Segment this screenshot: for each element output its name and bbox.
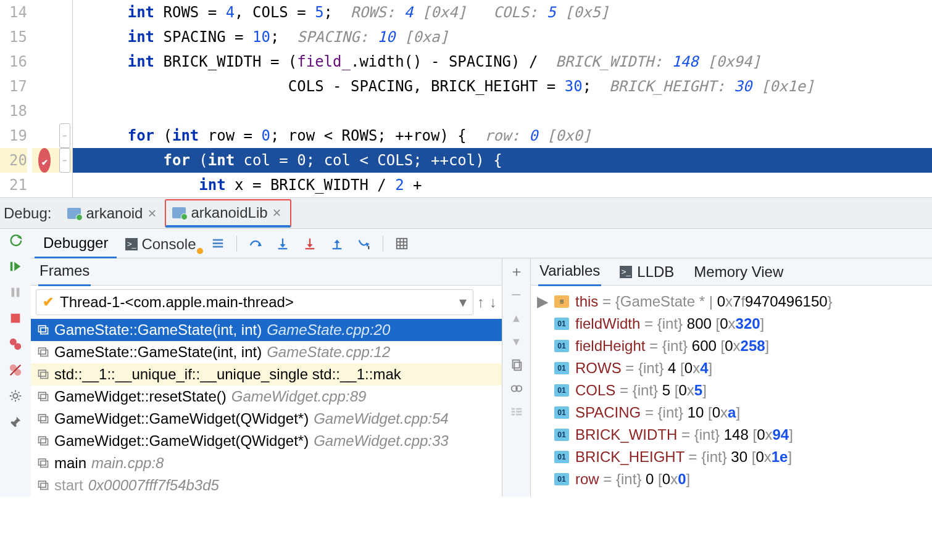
config-tab-arkanoidLib[interactable]: arkanoidLib× bbox=[165, 199, 291, 228]
pause-button[interactable] bbox=[5, 282, 26, 303]
stack-frame[interactable]: GameState::GameState(int, int) GameState… bbox=[31, 319, 502, 341]
stack-frame[interactable]: GameWidget::resetState() GameWidget.cpp:… bbox=[31, 385, 502, 408]
frame-signature: main bbox=[54, 452, 86, 474]
debug-left-rail bbox=[0, 229, 31, 496]
svg-rect-11 bbox=[213, 242, 223, 244]
variable-row[interactable]: 01ROWS = {int} 4 [0x4] bbox=[537, 357, 930, 379]
view-breakpoints-button[interactable] bbox=[5, 334, 26, 355]
svg-rect-48 bbox=[516, 408, 522, 410]
stack-frames-list[interactable]: GameState::GameState(int, int) GameState… bbox=[31, 319, 502, 496]
code-line[interactable] bbox=[73, 99, 932, 123]
variable-row[interactable]: 01row = {int} 0 [0x0] bbox=[537, 468, 930, 490]
tab-frames[interactable]: Frames bbox=[38, 257, 91, 286]
step-into-button[interactable] bbox=[272, 233, 294, 255]
svg-rect-49 bbox=[516, 411, 522, 413]
variable-row[interactable]: 01BRICK_WIDTH = {int} 148 [0x94] bbox=[537, 424, 930, 446]
thread-selector[interactable]: ✔ Thread-1-<com.apple.main-thread> ▾ bbox=[36, 289, 473, 315]
nav-up-button[interactable]: ▲ bbox=[506, 308, 527, 329]
console-icon: >_ bbox=[125, 238, 138, 250]
config-name: arkanoid bbox=[86, 205, 143, 222]
variable-row[interactable]: 01fieldWidth = {int} 800 [0x320] bbox=[537, 313, 930, 335]
svg-rect-12 bbox=[213, 245, 223, 247]
var-name: fieldWidth bbox=[575, 315, 640, 332]
stack-frame[interactable]: GameWidget::GameWidget(QWidget*) GameWid… bbox=[31, 430, 502, 452]
variable-row[interactable]: 01SPACING = {int} 10 [0xa] bbox=[537, 401, 930, 424]
stack-frame[interactable]: std::__1::__unique_if::__unique_single s… bbox=[31, 363, 502, 385]
svg-rect-47 bbox=[511, 414, 515, 416]
mute-breakpoints-button[interactable] bbox=[5, 360, 26, 381]
code-line[interactable]: int x = BRICK_WIDTH / 2 + bbox=[73, 173, 932, 197]
frame-signature: GameWidget::resetState() bbox=[54, 385, 227, 408]
frame-location: GameState.cpp:20 bbox=[267, 319, 390, 341]
frame-signature: GameState::GameState(int, int) bbox=[54, 341, 262, 363]
add-watch-button[interactable]: ＋ bbox=[506, 261, 527, 282]
stack-frame[interactable]: start 0x00007fff7f54b3d5 bbox=[31, 474, 502, 496]
tab-debugger[interactable]: Debugger bbox=[35, 228, 117, 258]
debug-label: Debug: bbox=[0, 205, 59, 222]
stack-frame[interactable]: GameWidget::GameWidget(QWidget*) GameWid… bbox=[31, 408, 502, 430]
tab-console[interactable]: >_ Console bbox=[117, 229, 204, 258]
frame-location: 0x00007fff7f54b3d5 bbox=[88, 474, 219, 496]
layout-button[interactable] bbox=[506, 401, 527, 422]
frame-location: GameWidget.cpp:54 bbox=[314, 408, 449, 430]
settings-button[interactable] bbox=[5, 385, 26, 406]
var-value: = {int} 600 [0x bbox=[645, 337, 740, 354]
tab-memory-view[interactable]: Memory View bbox=[693, 258, 784, 286]
remove-watch-button[interactable]: − bbox=[506, 284, 527, 305]
frame-up-button[interactable]: ↑ bbox=[477, 294, 485, 311]
evaluate-expression-button[interactable] bbox=[391, 233, 413, 255]
code-line[interactable]: for (int col = 0; col < COLS; ++col) { bbox=[73, 148, 932, 173]
variable-row[interactable]: 01BRICK_HEIGHT = {int} 30 [0x1e] bbox=[537, 446, 930, 468]
var-name: SPACING bbox=[575, 404, 641, 421]
close-icon[interactable]: × bbox=[273, 204, 281, 221]
stop-button[interactable] bbox=[5, 308, 26, 329]
variable-row[interactable]: ▶≡this = {GameState * | 0x7f9470496150} bbox=[537, 290, 930, 313]
var-value: = {int} 800 [0x bbox=[640, 315, 735, 332]
var-name: ROWS bbox=[575, 360, 622, 376]
svg-rect-38 bbox=[41, 461, 48, 467]
breakpoint-icon[interactable] bbox=[38, 148, 51, 173]
rerun-button[interactable] bbox=[5, 230, 26, 251]
resume-button[interactable] bbox=[5, 256, 26, 277]
svg-rect-45 bbox=[511, 408, 515, 410]
frame-down-button[interactable]: ↓ bbox=[489, 294, 497, 311]
run-to-cursor-button[interactable] bbox=[353, 233, 375, 255]
code-line[interactable]: COLS - SPACING, BRICK_HEIGHT = 30; BRICK… bbox=[73, 74, 932, 99]
threads-view-icon[interactable] bbox=[207, 233, 229, 255]
var-expander[interactable]: ▶ bbox=[537, 293, 548, 310]
code-line[interactable]: int SPACING = 10; SPACING: 10 [0xa] bbox=[73, 25, 932, 49]
tab-variables[interactable]: Variables bbox=[538, 257, 601, 286]
stack-frame[interactable]: main main.cpp:8 bbox=[31, 452, 502, 474]
code-lines[interactable]: int ROWS = 4, COLS = 5; ROWS: 4 [0x4] CO… bbox=[73, 0, 932, 197]
fold-toggle[interactable]: − bbox=[59, 123, 70, 148]
type-badge: 01 bbox=[554, 340, 569, 352]
config-name: arkanoidLib bbox=[191, 204, 267, 221]
config-tab-arkanoid[interactable]: arkanoid× bbox=[61, 201, 165, 226]
copy-button[interactable] bbox=[506, 355, 527, 376]
variables-list[interactable]: ▶≡this = {GameState * | 0x7f9470496150}0… bbox=[531, 286, 932, 495]
code-line[interactable]: int BRICK_WIDTH = (field_.width() - SPAC… bbox=[73, 49, 932, 74]
svg-rect-3 bbox=[11, 314, 20, 323]
svg-rect-29 bbox=[39, 370, 46, 376]
svg-rect-31 bbox=[39, 392, 46, 398]
watches-button[interactable] bbox=[506, 378, 527, 399]
frame-signature: GameWidget::GameWidget(QWidget*) bbox=[54, 408, 309, 430]
step-out-button[interactable] bbox=[326, 233, 348, 255]
variable-row[interactable]: 01fieldHeight = {int} 600 [0x258] bbox=[537, 335, 930, 357]
step-over-button[interactable] bbox=[244, 233, 267, 255]
nav-down-button[interactable]: ▼ bbox=[506, 331, 527, 352]
var-name: this bbox=[575, 293, 598, 310]
svg-rect-27 bbox=[39, 348, 46, 354]
force-step-into-button[interactable] bbox=[299, 233, 321, 255]
code-line[interactable]: for (int row = 0; row < ROWS; ++row) { r… bbox=[73, 123, 932, 148]
fold-toggle[interactable]: − bbox=[59, 148, 70, 173]
var-name: row bbox=[575, 471, 599, 487]
svg-rect-40 bbox=[41, 484, 48, 490]
pin-button[interactable] bbox=[5, 411, 26, 432]
tab-lldb[interactable]: >_ LLDB bbox=[618, 258, 675, 286]
variable-row[interactable]: 01COLS = {int} 5 [0x5] bbox=[537, 379, 930, 401]
code-line[interactable]: int ROWS = 4, COLS = 5; ROWS: 4 [0x4] CO… bbox=[73, 0, 932, 25]
stack-frame[interactable]: GameState::GameState(int, int) GameState… bbox=[31, 341, 502, 363]
close-icon[interactable]: × bbox=[148, 205, 156, 222]
var-value: = {int} 5 [0x bbox=[615, 382, 694, 398]
